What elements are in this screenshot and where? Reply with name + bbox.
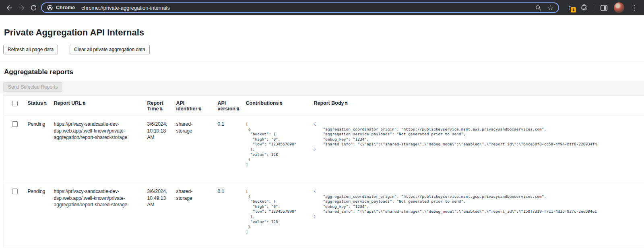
send-selected-reports-button[interactable]: Send Selected Reports xyxy=(3,82,62,92)
aggregatable-reports-heading: Aggregatable reports xyxy=(4,68,644,76)
report-body-cell: { "aggregation_coordinator_origin": "htt… xyxy=(314,183,644,248)
report-time-cell: 3/6/2024, 10:10:18 AM xyxy=(147,116,176,183)
column-header-api-version[interactable]: API version⇅ xyxy=(218,95,246,116)
zoom-icon[interactable] xyxy=(535,4,542,11)
row-checkbox[interactable] xyxy=(12,121,18,127)
api-version-cell: 0.1 xyxy=(218,116,246,183)
column-header-report-body[interactable]: Report Body⇅ xyxy=(314,95,644,116)
report-body-cell: { "aggregation_coordinator_origin": "htt… xyxy=(314,116,644,183)
extension-badge: 1 xyxy=(570,6,577,13)
site-chip-label: Chrome xyxy=(56,5,75,10)
url-text[interactable]: chrome://private-aggregation-internals xyxy=(81,5,529,11)
reload-button[interactable] xyxy=(27,2,39,14)
back-arrow-icon xyxy=(6,4,13,12)
sort-icon: ⇅ xyxy=(236,107,239,111)
sort-icon: ⇅ xyxy=(198,107,201,111)
api-version-cell: 0.1 xyxy=(218,183,246,248)
table-header-row: Status⇅ Report URL⇅ Report Time⇅ API ide… xyxy=(4,95,644,116)
reports-toolbar-strip: Send Selected Reports xyxy=(0,81,644,93)
sort-icon: ⇅ xyxy=(279,101,283,106)
sort-icon: ⇅ xyxy=(44,101,47,106)
browser-toolbar: Chrome chrome://private-aggregation-inte… xyxy=(0,0,644,15)
address-bar[interactable]: Chrome chrome://private-aggregation-inte… xyxy=(41,2,559,13)
report-body-json: { "aggregation_coordinator_origin": "htt… xyxy=(314,122,644,152)
clear-all-button[interactable]: Clear all private aggregation data xyxy=(70,45,150,54)
contributions-cell: [ { "bucket": { "high": "0", "low": "123… xyxy=(246,183,314,248)
status-cell: Pending xyxy=(28,183,54,248)
bookmark-star-icon[interactable]: ☆ xyxy=(547,4,553,11)
report-time-cell: 3/6/2024, 10:49:13 AM xyxy=(147,183,176,248)
page-actions: Refresh all page data Clear all private … xyxy=(3,45,644,54)
sort-icon: ⇅ xyxy=(345,101,348,106)
back-button[interactable] xyxy=(3,2,15,14)
select-all-checkbox[interactable] xyxy=(12,101,18,106)
status-cell: Pending xyxy=(28,116,54,183)
row-checkbox[interactable] xyxy=(12,189,18,194)
forward-arrow-icon xyxy=(18,4,25,12)
select-all-cell xyxy=(4,95,28,116)
reload-icon xyxy=(30,4,37,12)
column-header-api-identifier[interactable]: API identifier⇅ xyxy=(176,95,218,116)
profile-avatar[interactable] xyxy=(614,2,624,13)
browser-menu-icon[interactable]: ⋮ xyxy=(630,4,638,11)
side-panel-icon[interactable] xyxy=(600,4,608,12)
api-identifier-cell: shared-storage xyxy=(176,116,218,183)
column-header-report-url[interactable]: Report URL⇅ xyxy=(54,95,147,116)
column-header-report-time[interactable]: Report Time⇅ xyxy=(147,95,176,116)
page-title: Private Aggregation API Internals xyxy=(4,27,644,38)
site-chip: Chrome xyxy=(47,4,75,11)
toolbar-separator xyxy=(594,4,594,11)
contributions-json: [ { "bucket": { "high": "0", "low": "123… xyxy=(246,122,309,167)
row-select-cell xyxy=(4,116,28,183)
sort-icon: ⇅ xyxy=(159,107,163,111)
report-url-cell: https://privacy-sandcastle-dev-dsp.web.a… xyxy=(54,116,147,183)
scissors-extension-icon[interactable]: ✂ 1 xyxy=(566,3,574,12)
sort-icon: ⇅ xyxy=(83,101,86,106)
toolbar-right-cluster: ✂ 1 ⋮ xyxy=(562,2,641,13)
report-url-cell: https://privacy-sandcastle-dev-dsp.web.a… xyxy=(54,183,147,248)
column-header-status[interactable]: Status⇅ xyxy=(28,95,54,116)
report-body-json: { "aggregation_coordinator_origin": "htt… xyxy=(314,189,644,220)
forward-button[interactable] xyxy=(15,2,27,14)
extensions-puzzle-icon[interactable] xyxy=(580,4,588,12)
contributions-json: [ { "bucket": { "high": "0", "low": "123… xyxy=(246,189,309,234)
contributions-cell: [ { "bucket": { "high": "0", "low": "123… xyxy=(246,116,314,183)
column-header-contributions[interactable]: Contributions⇅ xyxy=(246,95,314,116)
chrome-logo-icon xyxy=(47,4,53,11)
refresh-all-button[interactable]: Refresh all page data xyxy=(3,45,58,54)
table-row: Pending https://privacy-sandcastle-dev-d… xyxy=(4,183,644,248)
table-row: Pending https://privacy-sandcastle-dev-d… xyxy=(4,116,644,183)
row-select-cell xyxy=(4,183,28,248)
api-identifier-cell: shared-storage xyxy=(176,183,218,248)
section-divider xyxy=(0,62,644,62)
aggregatable-reports-table: Status⇅ Report URL⇅ Report Time⇅ API ide… xyxy=(4,95,644,248)
